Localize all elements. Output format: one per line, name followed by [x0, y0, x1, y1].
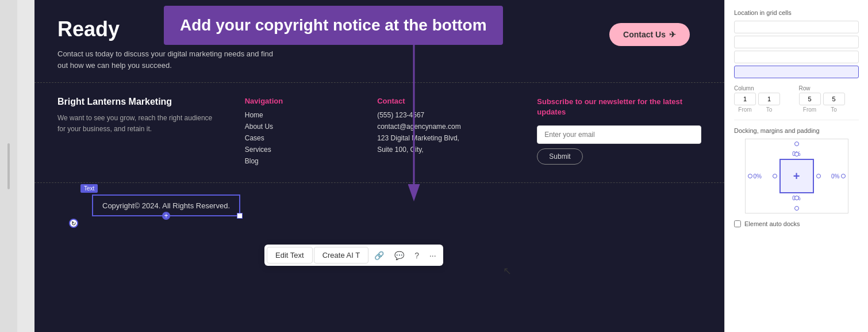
footer-brand-desc: We want to see you grow, reach the right… — [57, 113, 222, 135]
link-icon-button[interactable]: 🔗 — [370, 247, 389, 264]
contact-us-button[interactable]: Contact Us ✈ — [609, 23, 690, 46]
footer-brand-name: Bright Lanterns Marketing — [57, 97, 222, 107]
more-options-button[interactable]: ··· — [425, 247, 441, 264]
grid-input-3[interactable] — [734, 51, 859, 63]
row-label: Row — [799, 85, 859, 91]
newsletter-title: Subscribe to our newsletter for the late… — [537, 97, 701, 117]
more-icon: ··· — [429, 251, 436, 260]
edit-text-button[interactable]: Edit Text — [267, 247, 313, 264]
help-icon: ? — [414, 251, 419, 260]
edit-text-label: Edit Text — [275, 251, 304, 260]
help-icon-button[interactable]: ? — [410, 247, 424, 264]
dock-inner-bottom[interactable] — [794, 196, 799, 200]
send-icon: ✈ — [669, 30, 676, 39]
footer-brand: Bright Lanterns Marketing We want to see… — [57, 97, 222, 169]
resize-handle[interactable] — [237, 213, 243, 219]
contact-address1: 123 Digital Marketing Blvd, — [377, 134, 514, 142]
nav-item-services[interactable]: Services — [245, 146, 354, 154]
contact-address2: Suite 100, City, — [377, 146, 514, 154]
footer-section: Bright Lanterns Marketing We want to see… — [34, 83, 724, 182]
create-ai-label: Create AI T — [322, 251, 360, 260]
right-panel: Location in grid cells Column From To Ro… — [724, 0, 868, 332]
footer-nav: Navigation Home About Us Cases Services … — [245, 97, 354, 169]
cursor: ↖ — [503, 265, 512, 277]
nav-item-blog[interactable]: Blog — [245, 157, 354, 165]
dock-right-value: 0% — [831, 173, 839, 180]
column-from-input[interactable] — [734, 93, 756, 105]
column-label: Column — [734, 85, 794, 91]
nav-item-cases[interactable]: Cases — [245, 134, 354, 142]
dock-plus-icon: + — [793, 170, 800, 183]
dock-left-value: 0% — [754, 173, 762, 180]
from-label-row: From — [799, 106, 821, 113]
text-element-label: Text — [80, 184, 98, 193]
create-ai-text-button[interactable]: Create AI T — [314, 247, 369, 264]
from-label-col: From — [734, 106, 756, 113]
location-section-title: Location in grid cells — [734, 9, 859, 16]
banner-text: Add your copyright notice at the bottom — [180, 16, 487, 34]
ready-subtitle: Contact us today to discuss your digital… — [57, 48, 276, 71]
contact-button-label: Contact Us — [623, 30, 666, 39]
copyright-text: Copyright© 2024. All Rights Reserved. — [102, 201, 230, 210]
auto-docks-checkbox[interactable] — [734, 220, 741, 227]
copyright-text-wrapper[interactable]: Copyright© 2024. All Rights Reserved. + — [92, 194, 240, 216]
floating-toolbar: Edit Text Create AI T 🔗 💬 ? ··· — [264, 245, 443, 266]
panel-divider — [734, 120, 859, 120]
auto-docks-row: Element auto docks — [734, 220, 859, 227]
row-from-input[interactable] — [799, 93, 821, 105]
dock-inner-top[interactable] — [794, 152, 799, 157]
link-icon: 🔗 — [374, 251, 384, 260]
nav-item-about[interactable]: About Us — [245, 123, 354, 131]
tooltip-banner: Add your copyright notice at the bottom — [164, 6, 503, 45]
rotate-handle[interactable]: ↻ — [69, 219, 78, 228]
comment-icon: 💬 — [394, 251, 404, 260]
docking-title: Docking, margins and padding — [734, 127, 859, 134]
footer-newsletter: Subscribe to our newsletter for the late… — [537, 97, 701, 169]
grid-input-2[interactable] — [734, 36, 859, 48]
canvas-area: Add your copyright notice at the bottom … — [17, 0, 724, 332]
nav-item-home[interactable]: Home — [245, 111, 354, 119]
newsletter-email-input[interactable] — [537, 125, 701, 144]
newsletter-submit-button[interactable]: Submit — [537, 148, 582, 165]
left-edge-bar — [0, 0, 17, 332]
row-to-input[interactable] — [823, 93, 845, 105]
docking-diagram: 0% 0% 0% 0% + — [745, 139, 848, 213]
footer-contact-title: Contact — [377, 97, 514, 105]
submit-label: Submit — [549, 152, 570, 161]
footer-nav-title: Navigation — [245, 97, 354, 105]
contact-email: contact@agencyname.com — [377, 123, 514, 131]
dock-inner-right[interactable] — [816, 174, 821, 178]
to-label-row: To — [823, 106, 845, 113]
grid-input-highlighted[interactable] — [734, 66, 859, 78]
contact-phone: (555) 123-4567 — [377, 111, 514, 119]
dock-inner-left[interactable] — [773, 174, 777, 178]
copyright-bar: Text Copyright© 2024. All Rights Reserve… — [34, 183, 724, 222]
auto-docks-label: Element auto docks — [744, 220, 800, 227]
comment-icon-button[interactable]: 💬 — [390, 247, 409, 264]
add-handle[interactable]: + — [162, 212, 170, 220]
column-row-inputs: Column From To Row From To — [734, 85, 859, 113]
dock-center-element[interactable]: + — [779, 159, 814, 193]
website-preview: Ready Contact us today to discuss your d… — [34, 0, 724, 332]
footer-contact: Contact (555) 123-4567 contact@agencynam… — [377, 97, 514, 169]
to-label-col: To — [758, 106, 780, 113]
column-to-input[interactable] — [758, 93, 780, 105]
grid-input-1[interactable] — [734, 21, 859, 33]
